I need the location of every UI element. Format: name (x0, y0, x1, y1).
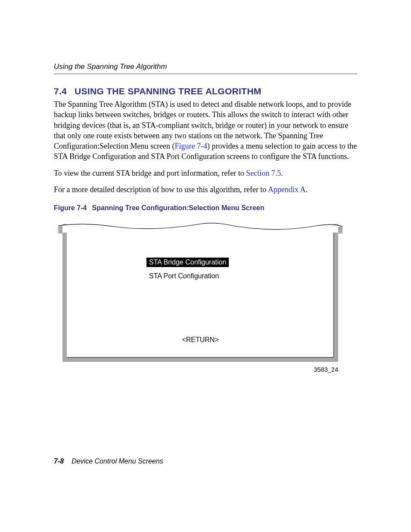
figure-caption: Figure 7-4Spanning Tree Configuration:Se… (54, 204, 357, 212)
figure-label: Figure 7-4 (54, 204, 87, 212)
link-figure-7-4[interactable]: Figure 7-4 (174, 142, 207, 150)
p2-text-b: . (281, 169, 283, 177)
p3-text-b: . (305, 185, 308, 194)
torn-edge-icon (58, 221, 342, 233)
link-appendix-a[interactable]: Appendix A (268, 185, 306, 194)
paragraph-3: For a more detailed description of how t… (54, 184, 357, 195)
return-label[interactable]: <RETURN> (67, 336, 334, 344)
menu-item-sta-bridge[interactable]: STA Bridge Configuration (146, 258, 229, 267)
figure-7-4: STA Bridge Configuration STA Port Config… (62, 224, 338, 362)
paragraph-2: To view the current STA bridge and port … (54, 168, 357, 178)
section-number: 7.4 (54, 86, 67, 96)
chapter-title: Device Control Menu Screens (72, 457, 163, 465)
figure-id: 3583_24 (62, 366, 338, 373)
menu-area: STA Bridge Configuration STA Port Config… (67, 258, 334, 280)
paragraph-1: The Spanning Tree Algorithm (STA) is use… (54, 99, 357, 162)
section-heading: 7.4USING THE SPANNING TREE ALGORITHM (54, 86, 357, 96)
svg-rect-1 (338, 227, 342, 233)
section-title: USING THE SPANNING TREE ALGORITHM (75, 86, 261, 96)
page-number: 7-8 (54, 457, 64, 465)
link-section-7-5[interactable]: Section 7.5 (246, 169, 281, 177)
page-footer: 7-8Device Control Menu Screens (54, 457, 163, 465)
p2-text-a: To view the current STA bridge and port … (54, 169, 246, 177)
running-header: Using the Spanning Tree Algorithm (54, 62, 357, 74)
terminal-frame: STA Bridge Configuration STA Port Config… (62, 224, 338, 362)
figure-title: Spanning Tree Configuration:Selection Me… (92, 204, 264, 212)
p3-text-a: For a more detailed description of how t… (54, 185, 268, 194)
svg-rect-0 (58, 226, 62, 233)
menu-item-sta-port[interactable]: STA Port Configuration (149, 272, 334, 280)
